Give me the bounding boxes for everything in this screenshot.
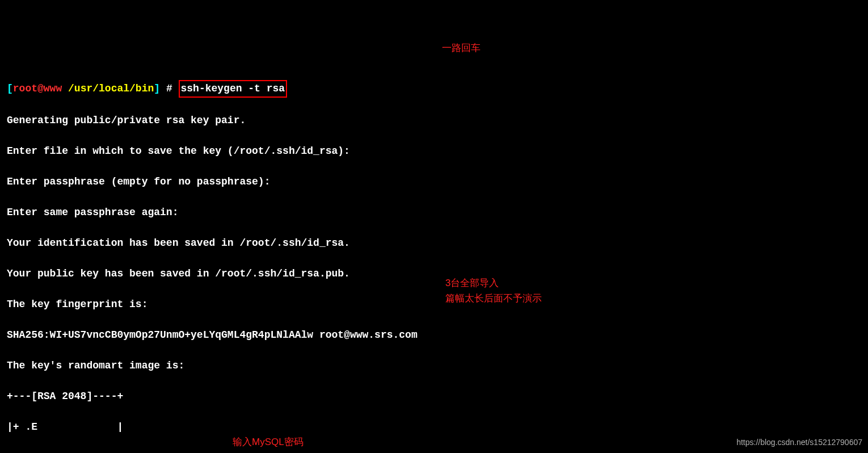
bracket: [ [7, 83, 13, 94]
output-line: Enter same passphrase again: [7, 205, 861, 220]
output-line: Enter passphrase (empty for no passphras… [7, 174, 861, 190]
prompt-path: /usr/local/bin [68, 83, 154, 94]
randomart-line: |.o . | [7, 450, 861, 453]
output-line: SHA256:WI+US7vncCB0ymOp27UnmO+yeLYqGML4g… [7, 328, 861, 343]
randomart-line: |+ .E | [7, 420, 861, 435]
annotation-toolong: 篇幅太长后面不予演示 [445, 291, 542, 306]
output-line: The key fingerprint is: [7, 297, 861, 312]
bracket: ] [154, 83, 160, 94]
annotation-import: 3台全部导入 [445, 276, 499, 291]
output-line: Your identification has been saved in /r… [7, 236, 861, 251]
output-line: Your public key has been saved in /root/… [7, 266, 861, 282]
output-line: Generating public/private rsa key pair. [7, 113, 861, 128]
annotation-enter: 一路回车 [442, 41, 481, 56]
command-ssh-keygen[interactable]: ssh-keygen -t rsa [179, 80, 288, 98]
output-line: Enter file in which to save the key (/ro… [7, 144, 861, 159]
prompt-user-host: root@www [13, 83, 62, 94]
terminal-output: [root@www /usr/local/bin] # ssh-keygen -… [7, 65, 861, 453]
randomart-line: +---[RSA 2048]----+ [7, 389, 861, 404]
annotation-mysql-password: 输入MySQL密码 [233, 435, 304, 450]
watermark: https://blog.csdn.net/s15212790607 [736, 437, 862, 448]
prompt-hash: # [160, 83, 178, 94]
output-line: The key's randomart image is: [7, 358, 861, 374]
